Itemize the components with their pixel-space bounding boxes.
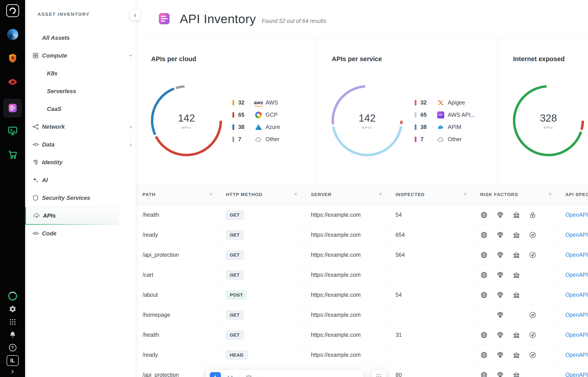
bank-icon[interactable] [513,271,529,279]
help-icon[interactable]: ? [8,343,18,353]
sidebar-item-serverless[interactable]: Serverless [25,82,136,100]
server-text: https://example.com [311,312,361,318]
sidebar-item-caas[interactable]: CaaS [25,100,136,118]
filter-icon[interactable] [577,192,582,197]
gem-icon[interactable] [496,351,513,359]
send-icon[interactable] [529,351,545,359]
globe-icon[interactable] [480,291,496,299]
column-header-http-method[interactable]: HTTP METHOD [219,184,304,205]
openapi-link[interactable]: OpenAPI [565,252,588,258]
sidebar-item-all-assets[interactable]: All Assets [25,29,136,47]
gem-icon[interactable] [496,291,513,299]
send-icon[interactable] [529,331,545,339]
table-row[interactable]: /cartGEThttps://example.comOpenAPI [136,265,588,285]
sidebar-collapse-button[interactable]: ‹ [129,9,141,21]
globe-icon[interactable] [480,211,496,219]
path-text: /cart [142,272,153,278]
filter-icon[interactable] [293,192,298,197]
bank-icon[interactable] [513,251,529,259]
sidebar-item-network[interactable]: Network› [25,118,136,136]
bank-icon[interactable] [513,231,529,239]
gear-icon[interactable] [8,304,18,314]
sidebar-item-security-services[interactable]: Security Services [25,189,136,207]
bell-icon[interactable] [8,330,18,340]
sidebar-item-compute[interactable]: Compute› [25,47,136,64]
cell-risk-factors [473,325,559,345]
bank-icon[interactable] [513,371,529,377]
gem-icon[interactable] [496,331,513,339]
globe-icon[interactable] [480,231,496,239]
gem-icon[interactable] [496,311,513,319]
bank-icon[interactable] [513,211,529,219]
openapi-link[interactable]: OpenAPI [565,312,588,318]
bank-icon[interactable] [513,291,529,299]
gem-icon[interactable] [496,251,513,259]
openapi-link[interactable]: OpenAPI [565,292,588,298]
radar-icon[interactable] [6,27,20,42]
path-text: /ready [142,232,158,238]
lock-icon[interactable] [529,211,545,219]
sidebar-item-identity[interactable]: Identity [25,153,136,171]
chevron-right-icon[interactable]: › [130,124,132,130]
floating-panel-button[interactable] [371,369,386,377]
send-icon[interactable] [529,231,545,239]
expand-rail-chevron-icon[interactable]: › [11,367,14,375]
table-row[interactable]: /aboutPOSThttps://example.com54OpenAPI [136,285,588,305]
api-doc-icon[interactable] [3,99,22,117]
openapi-link[interactable]: OpenAPI [565,212,588,218]
column-header-server[interactable]: SERVER [304,184,389,205]
bank-icon[interactable] [513,331,529,339]
chevron-right-icon[interactable]: › [130,141,132,148]
table-row[interactable]: /readyHEADhttps://example.comOpenAPI [136,345,588,365]
chevron-down-icon[interactable]: › [127,54,134,57]
table-row[interactable]: /homepageGEThttps://example.comOpenAPI [136,305,588,325]
openapi-link[interactable]: OpenAPI [565,332,588,338]
filter-icon[interactable] [463,192,468,197]
cell-http-method: GET [219,205,304,225]
globe-icon[interactable] [480,371,496,377]
eye-icon[interactable] [6,75,20,89]
sidebar-item-k8s[interactable]: K8s [25,64,136,82]
gem-icon[interactable] [496,231,513,239]
table-row[interactable]: /healthGEThttps://example.com54OpenAPI [136,205,588,225]
column-header-path[interactable]: PATH [136,184,219,205]
filter-icon[interactable] [548,192,553,197]
sidebar-item-data[interactable]: </>Data› [25,136,136,153]
send-icon[interactable] [529,311,545,319]
sidebar-item-apis[interactable]: APIs [25,207,119,224]
globe-icon[interactable] [480,251,496,259]
apps-icon[interactable] [8,317,18,327]
shield-badge-icon[interactable] [6,51,20,65]
column-header-inspected[interactable]: INSPECTED [389,184,473,205]
openapi-link[interactable]: OpenAPI [565,352,588,358]
send-icon[interactable] [529,251,545,259]
table-row[interactable]: /healthGEThttps://example.com31OpenAPI [136,325,588,345]
globe-icon[interactable] [480,331,496,339]
sidebar-item-ai[interactable]: AI [25,171,136,189]
cart-icon[interactable] [6,147,20,162]
terminal-icon[interactable] [6,124,20,138]
chevron-down-icon[interactable] [258,375,265,377]
gem-icon[interactable] [496,371,513,377]
openapi-link[interactable]: OpenAPI [565,232,588,238]
globe-icon[interactable] [480,351,496,359]
filter-icon[interactable] [208,192,213,197]
gem-icon[interactable] [496,271,513,279]
column-header-api-spec[interactable]: API SPEC [559,184,588,205]
sidebar-item-code[interactable]: </>Code [25,224,136,242]
table-row[interactable]: /api_protectionGEThttps://example.com564… [136,245,588,265]
legend-divider [432,124,432,130]
bank-icon[interactable] [513,351,529,359]
filter-icon[interactable] [378,192,383,197]
column-header-risk-factors[interactable]: RISK FACTORS [473,184,559,205]
openapi-link[interactable]: OpenAPI [565,272,588,278]
gem-icon[interactable] [496,211,513,219]
pagination-current-page[interactable]: 1 [210,372,221,377]
user-avatar[interactable]: IL [7,355,19,366]
orca-ring-icon[interactable] [8,291,18,301]
orca-icon[interactable] [6,4,20,18]
globe-icon[interactable] [480,271,496,279]
columns-icon[interactable] [246,375,252,377]
openapi-link[interactable]: OpenAPI [565,372,588,377]
table-row[interactable]: /readyGEThttps://example.com654OpenAPI [136,225,588,245]
